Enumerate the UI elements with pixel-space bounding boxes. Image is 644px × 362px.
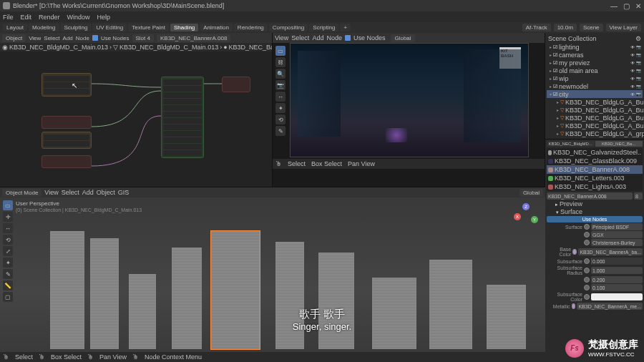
scene-select[interactable]: Scene — [580, 24, 603, 31]
node-node[interactable]: Node — [76, 35, 89, 41]
outliner-item[interactable]: ▸▽KB3D_NEC_BldgLG_A_BuildingB.0👁 📷 — [547, 106, 643, 114]
menu-window[interactable]: Window — [67, 14, 90, 21]
tool-scale[interactable]: ⤢ — [3, 246, 13, 256]
vp-select[interactable]: Select — [62, 189, 79, 196]
tool-rotate[interactable]: ⟲ — [3, 235, 13, 245]
node-texture-3[interactable] — [42, 132, 92, 149]
shader-property[interactable]: 0.100 — [547, 284, 643, 291]
tab-animation[interactable]: Animation — [200, 24, 233, 31]
img-add[interactable]: Add — [312, 34, 323, 41]
render-preview[interactable]: KIT BASH — [290, 43, 529, 157]
visibility-icons[interactable]: 👁 📷 — [630, 60, 641, 65]
prop-tab-0[interactable]: KB3D_NEC_BldgMD... — [547, 141, 595, 147]
shader-property[interactable]: Base ColorKB3D_NEC_BannerA_ba... — [547, 247, 643, 257]
material-slot[interactable]: KB3D_NEC_Letters.003 — [547, 174, 643, 182]
outliner-item[interactable]: ▸▽KB3D_NEC_BldgLG_A_BuildingD.0👁 📷 — [547, 122, 643, 129]
outliner-item[interactable]: ▸☑newmodel👁 📷 — [547, 82, 643, 90]
maximize-icon[interactable]: ▢ — [623, 2, 630, 10]
shader-property[interactable]: Christensen-Burley — [547, 239, 643, 246]
imgtool-camera[interactable]: 📷 — [275, 80, 286, 90]
node-texture-1[interactable] — [42, 73, 92, 97]
node-texture-4[interactable] — [42, 155, 92, 168]
tab-add[interactable]: + — [340, 24, 351, 31]
building-9[interactable] — [429, 260, 472, 349]
outliner-item[interactable]: ▸▽KB3D_NEC_BldgLG_A_BuildingA.0👁 📷 — [547, 98, 643, 106]
bc-item-1[interactable]: KB3D_NEC_BldgMD_C_Main.013 — [119, 44, 218, 51]
funnel-icon[interactable]: ⚙ — [635, 35, 641, 42]
material-slot[interactable]: KB3D_NEC_GlassBlack.009 — [547, 157, 643, 165]
visibility-icons[interactable]: 👁 📷 — [630, 76, 641, 81]
building-6[interactable] — [275, 242, 304, 349]
tab-sculpting[interactable]: Sculpting — [61, 24, 92, 31]
tab-scripting[interactable]: Scripting — [309, 24, 338, 31]
node-mode[interactable]: Object — [2, 34, 26, 42]
tool-annotate[interactable]: ✎ — [3, 269, 13, 279]
node-view[interactable]: View — [29, 35, 41, 41]
preview-label[interactable]: Preview — [560, 200, 582, 207]
use-nodes-check[interactable] — [92, 35, 98, 41]
tool-transform[interactable]: ✦ — [3, 258, 13, 268]
vp-mode[interactable]: Object Mode — [2, 189, 42, 197]
imgtool-move[interactable]: ↔ — [275, 92, 286, 102]
imgtool-links[interactable]: ⛓ — [275, 57, 286, 67]
visibility-icons[interactable]: 👁 📷 — [630, 84, 641, 89]
outliner-item[interactable]: ▸☑cameras👁 📷 — [547, 51, 643, 59]
surface-value[interactable]: Principled BSDF — [591, 223, 643, 230]
building-2[interactable] — [90, 238, 119, 349]
node-select[interactable]: Select — [44, 35, 59, 41]
menu-file[interactable]: File — [3, 14, 14, 21]
outliner-item[interactable]: ▸☑my previez👁 📷 — [547, 59, 643, 67]
slot-select[interactable]: Slot 4 — [132, 34, 154, 42]
viewlayer-select[interactable]: View Layer — [606, 24, 641, 31]
surface-socket[interactable] — [584, 224, 590, 230]
img-node[interactable]: Node — [326, 34, 342, 41]
tab-shading[interactable]: Shading — [170, 24, 198, 31]
menu-edit[interactable]: Edit — [21, 14, 32, 21]
node-texture-2[interactable] — [42, 116, 92, 129]
visibility-icons[interactable]: 👁 📷 — [630, 44, 641, 49]
outliner-item[interactable]: ▸▽KB3D_NEC_BldgLG_A_BuildingC.0👁 📷 — [547, 114, 643, 122]
menu-help[interactable]: Help — [97, 14, 111, 21]
building-7[interactable] — [318, 253, 354, 349]
imgtool-annotate[interactable]: ✎ — [275, 126, 286, 136]
shader-property[interactable]: GGX — [547, 231, 643, 238]
material-name[interactable]: KB3D_NEC_BannerA.008 — [547, 192, 633, 200]
shader-property[interactable]: Subsurface Color — [547, 292, 643, 302]
vp-gis[interactable]: GIS — [118, 189, 130, 196]
outliner-item[interactable]: ▸☑wip👁 📷 — [547, 74, 643, 82]
bc-item-0[interactable]: KB3D_NEC_BldgMD_C_Main.013 — [9, 44, 108, 51]
outliner-item[interactable]: ▸☑old main area👁 📷 — [547, 67, 643, 74]
tool-addcube[interactable]: ▢ — [3, 292, 13, 302]
visibility-icons[interactable]: 👁 📷 — [630, 92, 641, 97]
tool-cursor[interactable]: ✛ — [3, 212, 13, 222]
prop-tab-1[interactable]: KB3D_NEC_Ba... — [595, 141, 643, 147]
tool-measure[interactable]: 📏 — [3, 280, 13, 290]
building-4[interactable] — [172, 248, 202, 349]
node-principled[interactable] — [161, 77, 204, 158]
nav-gizmo[interactable]: Z Y X — [514, 203, 538, 228]
vp-add[interactable]: Add — [82, 189, 94, 196]
vp-object[interactable]: Object — [97, 189, 115, 196]
aftrack-value[interactable]: 10.0m — [554, 24, 577, 31]
menu-render[interactable]: Render — [39, 14, 60, 21]
material-slot[interactable]: KB3D_NEC_LightsA.003 — [547, 182, 643, 191]
img-view[interactable]: View — [275, 34, 288, 41]
vp-orient[interactable]: Global — [519, 189, 543, 197]
material-list[interactable]: KB3D_NEC_GalvanizedSteel..KB3D_NEC_Glass… — [547, 148, 643, 191]
tab-texture[interactable]: Texture Paint — [128, 24, 169, 31]
use-nodes-button[interactable]: Use Nodes — [547, 216, 643, 222]
outliner-item[interactable]: ▾☑city👁 📷 — [547, 90, 643, 98]
imgtool-select[interactable]: ▭ — [275, 46, 286, 56]
tab-rendering[interactable]: Rendering — [234, 24, 268, 31]
node-output[interactable] — [222, 77, 250, 92]
tab-compositing[interactable]: Compositing — [269, 24, 308, 31]
visibility-icons[interactable]: 👁 📷 — [630, 52, 641, 57]
tab-modeling[interactable]: Modeling — [29, 24, 59, 31]
aftrack-label[interactable]: Af-Track — [522, 24, 551, 31]
img-global[interactable]: Global — [391, 34, 414, 42]
tab-uv[interactable]: UV Editing — [92, 24, 127, 31]
shader-property[interactable]: Subsurface0.000 — [547, 258, 643, 265]
img-usenodes-check[interactable] — [345, 35, 351, 41]
img-select[interactable]: Select — [291, 34, 309, 41]
outliner-item[interactable]: ▸▽KB3D_NEC_BldgLG_A_grp.001👁 📷 — [547, 129, 643, 137]
